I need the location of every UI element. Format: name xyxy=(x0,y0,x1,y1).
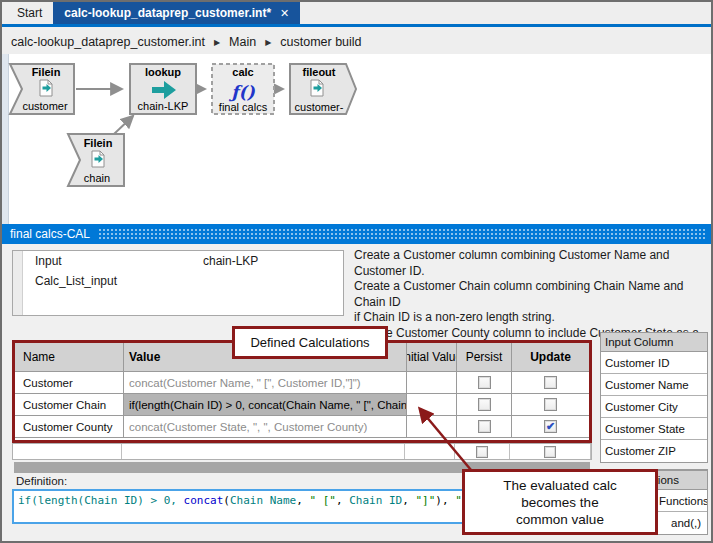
calc-name-cell[interactable]: Customer County xyxy=(15,416,124,438)
node-title: lookup xyxy=(145,66,181,78)
property-name: Calc_List_input xyxy=(23,274,203,288)
panel-title: final calcs-CAL xyxy=(2,227,98,241)
dotted-pattern xyxy=(98,228,707,240)
property-row-input[interactable]: Input chain-LKP xyxy=(23,251,343,271)
tab-start-label: Start xyxy=(17,6,42,20)
persist-checkbox[interactable]: ✔ xyxy=(478,420,491,433)
application-window: Start calc-lookup_dataprep_customer.int*… xyxy=(0,0,713,543)
node-filein-customer[interactable]: Filein customer xyxy=(10,64,74,114)
update-checkbox[interactable]: ✔ xyxy=(544,398,557,411)
update-cell: ✔ xyxy=(512,394,589,416)
persist-checkbox[interactable]: ✔ xyxy=(478,398,491,411)
calc-function-icon: ƒ() xyxy=(228,82,255,102)
column-header-name[interactable]: Name xyxy=(15,343,124,372)
input-column-item[interactable]: Customer State xyxy=(601,418,707,440)
table-empty-row: ✔ ✔ xyxy=(12,443,592,460)
dataflow-graph: Filein customer lookup chain-LKP calc ƒ(… xyxy=(2,54,713,224)
calc-name-cell[interactable]: Customer xyxy=(15,372,124,394)
table-row: Customer Chain if(length(Chain ID) > 0, … xyxy=(15,394,589,416)
table-row: Customer concat(Customer Name, " [", Cus… xyxy=(15,372,589,394)
calc-name-cell[interactable] xyxy=(13,444,122,459)
breadcrumb-arrow-icon: ▶ xyxy=(214,38,220,47)
update-checkbox[interactable]: ✔ xyxy=(544,376,557,389)
initial-value-cell[interactable] xyxy=(407,394,457,416)
property-name: Input xyxy=(23,254,203,268)
properties-grid[interactable]: Input chain-LKP Calc_List_input xyxy=(12,250,344,316)
update-checkbox[interactable]: ✔ xyxy=(544,420,557,433)
node-label: customer xyxy=(22,100,68,112)
node-label: chain xyxy=(84,172,110,184)
calc-value-cell[interactable] xyxy=(122,444,405,459)
calc-name-cell[interactable]: Customer Chain xyxy=(15,394,124,416)
defined-calculations-callout: Defined Calculations xyxy=(232,326,388,359)
persist-checkbox[interactable]: ✔ xyxy=(476,446,488,458)
column-header-initial-value[interactable]: Initial Value xyxy=(407,343,457,372)
tab-start[interactable]: Start xyxy=(6,2,53,24)
dataflow-canvas[interactable]: Filein customer lookup chain-LKP calc ƒ(… xyxy=(2,54,711,224)
persist-cell: ✔ xyxy=(457,394,512,416)
initial-value-cell[interactable] xyxy=(407,372,457,394)
input-column-header: Input Column xyxy=(601,333,707,352)
evaluated-calc-callout: The evaluated calc becomes the common va… xyxy=(462,469,658,535)
breadcrumb-arrow-icon: ▶ xyxy=(265,38,271,47)
column-header-persist[interactable]: Persist xyxy=(457,343,512,372)
node-label: final calcs xyxy=(219,101,268,113)
node-fileout-customer[interactable]: fileout customer- xyxy=(290,64,356,114)
node-calc-final-calcs[interactable]: calc ƒ() final calcs xyxy=(212,64,274,114)
tab-active-document[interactable]: calc-lookup_dataprep_customer.int* ✕ xyxy=(53,2,300,24)
node-filein-chain[interactable]: Filein chain xyxy=(68,134,124,186)
property-row-calc-list-input[interactable]: Calc_List_input xyxy=(23,271,343,291)
update-cell: ✔ xyxy=(512,416,589,438)
breadcrumb-item-document[interactable]: calc-lookup_dataprep_customer.int xyxy=(11,35,205,49)
input-column-item[interactable]: Customer City xyxy=(601,396,707,418)
input-column-item[interactable]: Customer ID xyxy=(601,352,707,374)
node-title: calc xyxy=(232,66,253,78)
update-cell: ✔ xyxy=(510,444,591,459)
property-value[interactable]: chain-LKP xyxy=(203,254,343,268)
initial-value-cell[interactable] xyxy=(407,416,457,438)
definition-label: Definition: xyxy=(16,475,67,487)
node-title: Filein xyxy=(84,137,113,149)
calc-value-cell[interactable]: concat(Customer Name, " [", Customer ID,… xyxy=(124,372,407,394)
column-header-update[interactable]: Update xyxy=(512,343,589,372)
initial-value-cell[interactable] xyxy=(405,444,455,459)
breadcrumb-item-main[interactable]: Main xyxy=(229,35,256,49)
row-selector-column xyxy=(13,251,23,315)
node-title: Filein xyxy=(32,66,61,78)
persist-checkbox[interactable]: ✔ xyxy=(478,376,491,389)
persist-cell: ✔ xyxy=(457,416,512,438)
close-icon[interactable]: ✕ xyxy=(280,7,289,20)
calc-value-cell[interactable]: concat(Customer State, ", ", Customer Co… xyxy=(124,416,407,438)
input-column-panel: Input Column Customer ID Customer Name C… xyxy=(600,332,708,463)
input-column-item[interactable]: Customer Name xyxy=(601,374,707,396)
table-row: Customer County concat(Customer State, "… xyxy=(15,416,589,438)
calc-value-cell-selected[interactable]: if(length(Chain ID) > 0, concat(Chain Na… xyxy=(124,394,407,416)
filein-icon xyxy=(40,80,52,96)
tab-strip: Start calc-lookup_dataprep_customer.int*… xyxy=(2,2,711,27)
panel-title-bar: final calcs-CAL xyxy=(2,224,711,244)
persist-cell: ✔ xyxy=(455,444,510,459)
node-title: fileout xyxy=(303,66,336,78)
breadcrumb: calc-lookup_dataprep_customer.int ▶ Main… xyxy=(2,30,711,54)
fileout-icon xyxy=(311,80,323,96)
node-label: customer- xyxy=(295,101,344,113)
node-label: chain-LKP xyxy=(138,100,189,112)
node-lookup-chain-lkp[interactable]: lookup chain-LKP xyxy=(130,64,196,114)
input-column-item[interactable]: Customer ZIP xyxy=(601,440,707,462)
update-checkbox[interactable]: ✔ xyxy=(544,446,556,458)
breadcrumb-item-customer-build[interactable]: customer build xyxy=(280,35,361,49)
filein-icon xyxy=(92,151,104,167)
update-cell: ✔ xyxy=(512,372,589,394)
check-icon: ✔ xyxy=(546,421,555,432)
persist-cell: ✔ xyxy=(457,372,512,394)
tab-active-label: calc-lookup_dataprep_customer.int* xyxy=(64,6,271,20)
